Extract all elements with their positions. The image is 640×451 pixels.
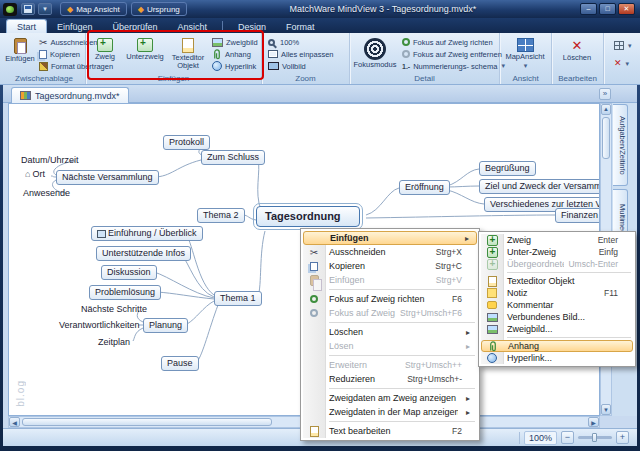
map-node-datum-uhrzeit[interactable]: Datum/Uhrzeit bbox=[21, 155, 79, 165]
fit-icon bbox=[268, 50, 278, 58]
document-tab[interactable]: Tagesordnung.mvdx* bbox=[11, 87, 129, 103]
loeschen-button[interactable]: Löschen bbox=[556, 35, 598, 63]
map-node-begruessung[interactable]: Begrüßung bbox=[479, 161, 536, 176]
map-node-einfuehrung[interactable]: Einführung / Überblick bbox=[91, 226, 203, 241]
scroll-right-button[interactable]: ▶ bbox=[588, 417, 599, 427]
delete-x-icon bbox=[572, 38, 583, 53]
map-node-unterstuetzende[interactable]: Unterstützende Infos bbox=[96, 246, 191, 261]
menu-separator bbox=[507, 272, 631, 273]
mapansicht-button[interactable]: MapAnsicht bbox=[502, 35, 548, 71]
context-item-erweitern[interactable]: Erweitern Strg+Umsch++ bbox=[303, 358, 477, 372]
paste-button[interactable]: Einfügen bbox=[4, 35, 36, 64]
group-label-detail: Detail bbox=[350, 74, 499, 83]
nummerierung-button[interactable]: Nummerierungs- schema bbox=[400, 60, 505, 72]
slide-icon bbox=[97, 230, 106, 238]
scroll-down-button[interactable]: ▼ bbox=[601, 404, 611, 415]
map-node-planung[interactable]: Planung bbox=[143, 318, 188, 333]
horizontal-scroll-thumb[interactable] bbox=[22, 418, 272, 426]
close-button[interactable] bbox=[618, 3, 635, 15]
panel-chevron-button[interactable] bbox=[599, 88, 611, 100]
context-item-einfuegen-paste[interactable]: Einfügen Strg+V bbox=[303, 273, 477, 287]
submenu-item-hyperlink[interactable]: Hyperlink... bbox=[481, 352, 633, 364]
submenu-item-zweigbild[interactable]: Zweigbild... bbox=[481, 323, 633, 335]
map-node-problemloesung[interactable]: Problemlösung bbox=[89, 285, 161, 300]
menu-separator bbox=[329, 388, 475, 389]
map-root-node[interactable]: Tagesordnung bbox=[256, 206, 360, 227]
context-item-ausschneiden[interactable]: Ausschneiden Strg+X bbox=[303, 245, 477, 259]
fullscreen-button[interactable]: Vollbild bbox=[266, 60, 306, 72]
submenu-item-verbundenes-bild[interactable]: Verbundenes Bild... bbox=[481, 311, 633, 323]
zoom-out-button[interactable]: − bbox=[561, 431, 574, 444]
ribbon-extra-button-1[interactable] bbox=[612, 39, 632, 51]
zoom-slider[interactable] bbox=[578, 436, 612, 439]
map-node-protokoll[interactable]: Protokoll bbox=[163, 135, 210, 150]
submenu-arrow-icon bbox=[466, 393, 475, 403]
zoom-100-button[interactable]: 100% bbox=[266, 36, 299, 48]
minimize-button[interactable] bbox=[580, 3, 597, 15]
context-item-zweigdaten-zweig[interactable]: Zweigdaten am Zweig anzeigen bbox=[303, 391, 477, 405]
map-node-anwesende[interactable]: Anwesende bbox=[23, 188, 70, 198]
scroll-left-button[interactable]: ◀ bbox=[9, 417, 20, 427]
submenu-item-zweig[interactable]: Zweig Enter bbox=[481, 234, 633, 246]
focus-icon bbox=[303, 295, 325, 303]
context-item-kopieren[interactable]: Kopieren Strg+C bbox=[303, 259, 477, 273]
maximize-button[interactable] bbox=[599, 3, 616, 15]
sub-branch-icon bbox=[481, 247, 503, 258]
map-node-finanzen[interactable]: Finanzen bbox=[555, 208, 600, 223]
map-node-thema1[interactable]: Thema 1 bbox=[214, 291, 262, 306]
document-tab-bar: Tagesordnung.mvdx* bbox=[3, 85, 637, 103]
unfocus-icon bbox=[402, 50, 410, 58]
fokus-entfernen-button[interactable]: Fokus auf Zweig entfernen bbox=[400, 48, 502, 60]
map-node-ort[interactable]: Ort bbox=[25, 169, 45, 179]
map-ansicht-button[interactable]: Map Ansicht bbox=[60, 2, 127, 16]
save-button[interactable] bbox=[21, 3, 35, 15]
tab-start[interactable]: Start bbox=[6, 19, 47, 33]
context-item-reduzieren[interactable]: Reduzieren Strg+Umsch+- bbox=[303, 372, 477, 386]
group-label-ansicht: Ansicht bbox=[500, 74, 551, 83]
context-item-fokus-richten[interactable]: Fokus auf Zweig richten F6 bbox=[303, 292, 477, 306]
map-node-zum-schluss[interactable]: Zum Schluss bbox=[201, 150, 265, 165]
context-item-zweigdaten-map[interactable]: Zweigdaten in der Map anzeigen bbox=[303, 405, 477, 419]
vertical-scroll-thumb[interactable] bbox=[602, 117, 610, 159]
map-node-thema2[interactable]: Thema 2 bbox=[197, 208, 245, 223]
context-item-einfuegen[interactable]: Einfügen bbox=[303, 231, 477, 245]
group-bearbeiten: Löschen Bearbeiten bbox=[552, 33, 604, 84]
context-item-loesen[interactable]: Lösen bbox=[303, 339, 477, 353]
quick-access-dropdown[interactable] bbox=[38, 3, 52, 15]
copy-button[interactable]: Kopieren bbox=[37, 48, 80, 60]
map-node-diskussion[interactable]: Diskussion bbox=[101, 265, 157, 280]
ursprung-button[interactable]: Ursprung bbox=[131, 2, 187, 16]
map-node-verantwortlichkeiten[interactable]: Verantwortlichkeiten bbox=[59, 320, 140, 330]
fit-all-button[interactable]: Alles einpassen bbox=[266, 48, 334, 60]
submenu-item-notiz[interactable]: Notiz F11 bbox=[481, 287, 633, 299]
context-item-fokus-entfernen[interactable]: Fokus auf Zweig entfernen Strg+Umsch+F6 bbox=[303, 306, 477, 320]
app-logo-icon[interactable] bbox=[3, 3, 17, 16]
zoom-in-button[interactable]: + bbox=[616, 431, 629, 444]
context-item-loeschen[interactable]: Löschen bbox=[303, 325, 477, 339]
map-node-ziel[interactable]: Ziel und Zweck der Versammlung bbox=[479, 179, 600, 194]
map-node-pause[interactable]: Pause bbox=[161, 356, 199, 371]
tab-format[interactable]: Format bbox=[276, 20, 325, 33]
submenu-item-texteditor-objekt[interactable]: Texteditor Objekt bbox=[481, 275, 633, 287]
submenu-item-kommentar[interactable]: Kommentar bbox=[481, 299, 633, 311]
map-node-eroeffnung[interactable]: Eröffnung bbox=[399, 180, 450, 195]
group-label-bearbeiten: Bearbeiten bbox=[552, 74, 603, 83]
scissors-icon bbox=[39, 37, 47, 48]
save-icon bbox=[24, 5, 32, 13]
target-icon bbox=[364, 38, 386, 60]
zoom-slider-thumb[interactable] bbox=[592, 433, 597, 442]
submenu-item-anhang[interactable]: Anhang bbox=[481, 340, 633, 352]
context-item-text-bearbeiten[interactable]: Text bearbeiten F2 bbox=[303, 424, 477, 438]
ribbon-extra-button-2[interactable] bbox=[612, 57, 629, 69]
submenu-item-unter-zweig[interactable]: Unter-Zweig Einfg bbox=[481, 246, 633, 258]
paste-icon bbox=[303, 275, 325, 286]
fokus-richten-button[interactable]: Fokus auf Zweig richten bbox=[400, 36, 493, 48]
panel-tab-aufgaben-zeitinfo[interactable]: Aufgaben/Zeitinfo bbox=[613, 104, 628, 186]
map-node-zeitplan[interactable]: Zeitplan bbox=[98, 337, 130, 347]
zoom-level-value: 100% bbox=[524, 431, 557, 445]
submenu-item-uebergeordneter-zweig[interactable]: Übergeordneter Zweig Umsch-Enter bbox=[481, 258, 633, 270]
map-node-naechste-versammlung[interactable]: Nächste Versammlung bbox=[56, 170, 159, 185]
map-node-naechste-schritte[interactable]: Nächste Schritte bbox=[81, 304, 147, 314]
fokusmodus-button[interactable]: Fokusmodus bbox=[352, 35, 398, 70]
scroll-up-button[interactable]: ▲ bbox=[601, 104, 611, 115]
